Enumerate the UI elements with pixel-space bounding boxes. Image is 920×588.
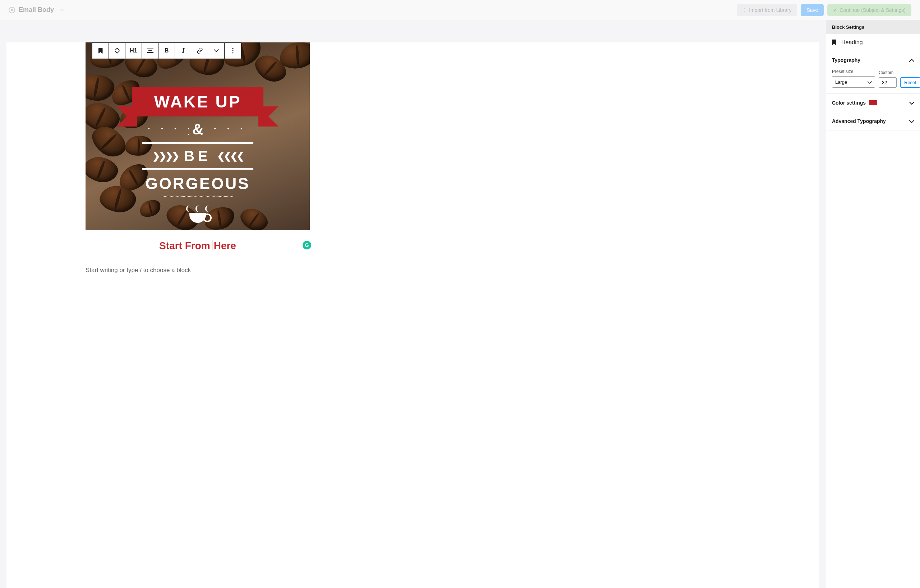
chevron-down-icon [214,49,219,52]
preset-size-value: Large [835,79,847,85]
hero-divider-top [142,143,253,144]
import-library-button[interactable]: ⇩ Import from Library [737,4,797,16]
grammarly-icon[interactable]: G [303,241,311,249]
hero-be-row: ❯❯❯❯ BE ❮❮❮❮ [152,148,243,164]
save-button[interactable]: Save [801,4,824,16]
bookmark-icon [832,39,836,45]
block-settings-sidebar: Block Settings Heading Typography Preset… [826,20,920,588]
chevron-up-icon [909,57,914,63]
heading-text-part1: Start From [159,240,210,251]
section-color-label: Color settings [832,100,866,106]
section-typography: Typography Preset size Large [826,51,920,94]
hero-divider-bot [142,168,253,170]
heading-text-part2: Here [214,240,236,251]
block-options-button[interactable] [225,43,241,58]
page-title-badge [60,9,64,11]
check-icon: ✔ [833,7,837,13]
save-label: Save [807,7,818,13]
text-cursor [212,240,212,250]
more-formatting-button[interactable] [208,43,225,58]
custom-size-input[interactable] [879,77,897,88]
hero-gorgeous: GORGEOUS [145,175,250,193]
empty-block-placeholder[interactable]: Start writing or type / to choose a bloc… [86,267,310,274]
bold-label: B [165,47,169,54]
hero-steam: ❨ ❨ ❨ [185,204,211,213]
hero-ribbon: WAKE UP [132,87,263,117]
align-button[interactable] [142,43,159,58]
bookmark-icon [99,48,103,53]
link-icon [197,47,203,54]
color-swatch [869,100,877,105]
section-typography-toggle[interactable]: Typography [832,57,914,63]
sidebar-header: Block Settings [826,20,920,34]
import-library-label: Import from Library [749,7,791,13]
hero-squiggle: 〰〰〰〰〰〰〰〰〰〰 [162,193,233,201]
editor-canvas-wrapper: H1 B I [0,20,826,588]
hero-chevrons-left: ❯❯❯❯ [152,151,178,162]
italic-button[interactable]: I [175,43,191,58]
preset-size-select[interactable]: Large [832,76,875,88]
block-type-button[interactable] [92,43,109,58]
heading-level-button[interactable]: H1 [125,43,142,58]
sidebar-block-name: Heading [841,39,863,45]
section-color-toggle[interactable]: Color settings [826,94,920,112]
link-button[interactable] [191,43,208,58]
align-center-icon [147,48,154,53]
settings-icon [9,7,15,13]
editor-canvas[interactable]: H1 B I [6,42,820,588]
section-advanced-typography-label: Advanced Typography [832,118,886,124]
updown-icon [115,48,120,53]
block-toolbar: H1 B I [92,42,241,59]
chevron-down-icon [909,118,914,124]
hero-be: BE [184,148,211,164]
section-advanced-typography-toggle[interactable]: Advanced Typography [826,112,920,130]
bold-button[interactable]: B [159,43,175,58]
preset-size-label: Preset size [832,69,875,74]
heading-block[interactable]: Start FromHere G [86,240,310,251]
hero-ampersand: & [192,121,203,138]
section-typography-label: Typography [832,57,860,63]
heading-level-label: H1 [130,47,137,54]
svg-point-3 [232,48,233,49]
hero-cup-icon [190,213,206,223]
kebab-icon [232,48,233,53]
svg-point-5 [232,52,233,53]
sidebar-block-title-row: Heading [826,34,920,51]
hero-line1: WAKE UP [154,92,241,112]
svg-point-4 [232,50,233,51]
chevron-down-icon [909,100,914,106]
hero-chevrons-right: ❮❮❮❮ [217,151,243,162]
import-icon: ⇩ [742,7,747,13]
topbar: Email Body ⇩ Import from Library Save ✔ … [0,0,920,20]
hero-image-block[interactable]: WAKE UP • • • • • • • • • • & ❯❯❯❯ BE ❮❮… [86,42,310,230]
move-block-button[interactable] [109,43,125,58]
chevron-down-icon [868,79,872,85]
page-title: Email Body [19,6,54,14]
continue-button[interactable]: ✔ Continue (Subject & Settings) [827,4,911,16]
custom-size-label: Custom [879,70,897,75]
continue-label: Continue (Subject & Settings) [839,7,905,13]
grammarly-glyph: G [305,242,309,248]
italic-label: I [182,47,185,55]
reset-size-button[interactable]: Reset [900,77,920,88]
